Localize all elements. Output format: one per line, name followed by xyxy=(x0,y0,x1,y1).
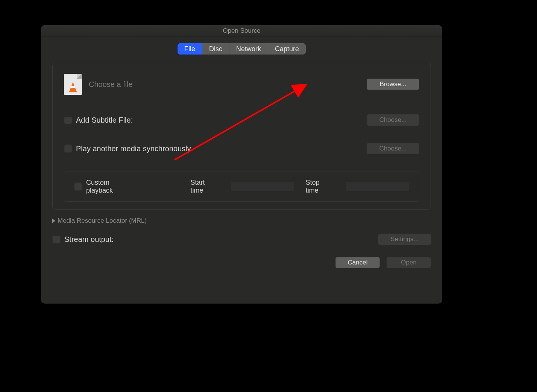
sync-checkbox[interactable] xyxy=(64,144,72,153)
sync-row: Play another media synchronously Choose.… xyxy=(64,143,419,154)
vlc-document-icon xyxy=(64,74,82,95)
subtitle-row: Add Subtitle File: Choose... xyxy=(64,114,419,126)
sync-check-label[interactable]: Play another media synchronously xyxy=(64,144,191,153)
stream-output-checkbox[interactable] xyxy=(52,235,61,243)
disclosure-triangle-icon xyxy=(52,219,55,223)
dialog-footer: Cancel Open xyxy=(52,257,431,268)
stop-time-input[interactable] xyxy=(346,182,409,191)
file-panel: Choose a file Browse... Add Subtitle Fil… xyxy=(52,63,431,210)
stream-settings-button: Settings... xyxy=(378,234,431,245)
start-time-input[interactable] xyxy=(231,182,294,191)
custom-playback-label-text: Custom playback xyxy=(86,179,138,194)
stream-output-check-label[interactable]: Stream output: xyxy=(52,235,114,244)
tab-network[interactable]: Network xyxy=(229,43,268,55)
tab-group: File Disc Network Capture xyxy=(177,43,306,55)
subtitle-checkbox[interactable] xyxy=(64,116,72,124)
file-chooser-left: Choose a file xyxy=(64,74,133,95)
tab-file[interactable]: File xyxy=(177,43,202,55)
sync-choose-button: Choose... xyxy=(367,143,419,154)
tab-disc[interactable]: Disc xyxy=(202,43,229,55)
window-title: Open Source xyxy=(41,25,442,36)
custom-playback-check-label[interactable]: Custom playback xyxy=(74,179,138,194)
tab-capture[interactable]: Capture xyxy=(268,43,306,55)
stream-output-row: Stream output: Settings... xyxy=(52,234,431,245)
subtitle-label-text: Add Subtitle File: xyxy=(76,116,133,125)
mrl-disclosure-row[interactable]: Media Resource Locator (MRL) xyxy=(52,217,431,225)
stream-output-label-text: Stream output: xyxy=(64,235,114,244)
dialog-content: File Disc Network Capture Choose a file … xyxy=(41,43,442,280)
open-source-dialog: Open Source File Disc Network Capture Ch… xyxy=(41,25,442,304)
open-button: Open xyxy=(387,257,431,268)
custom-playback-panel: Custom playback Start time Stop time xyxy=(64,172,419,202)
sync-label-text: Play another media synchronously xyxy=(76,144,191,153)
file-chooser-row: Choose a file Browse... xyxy=(64,74,419,95)
mrl-label: Media Resource Locator (MRL) xyxy=(58,217,147,225)
subtitle-check-label[interactable]: Add Subtitle File: xyxy=(64,116,133,125)
stop-time-label: Stop time xyxy=(306,179,334,194)
file-chooser-placeholder: Choose a file xyxy=(89,80,133,89)
browse-button[interactable]: Browse... xyxy=(367,79,419,90)
start-time-label: Start time xyxy=(191,179,220,194)
tab-bar: File Disc Network Capture xyxy=(52,43,431,55)
subtitle-choose-button: Choose... xyxy=(367,114,419,126)
cancel-button[interactable]: Cancel xyxy=(335,257,380,268)
custom-playback-checkbox[interactable] xyxy=(74,182,82,191)
